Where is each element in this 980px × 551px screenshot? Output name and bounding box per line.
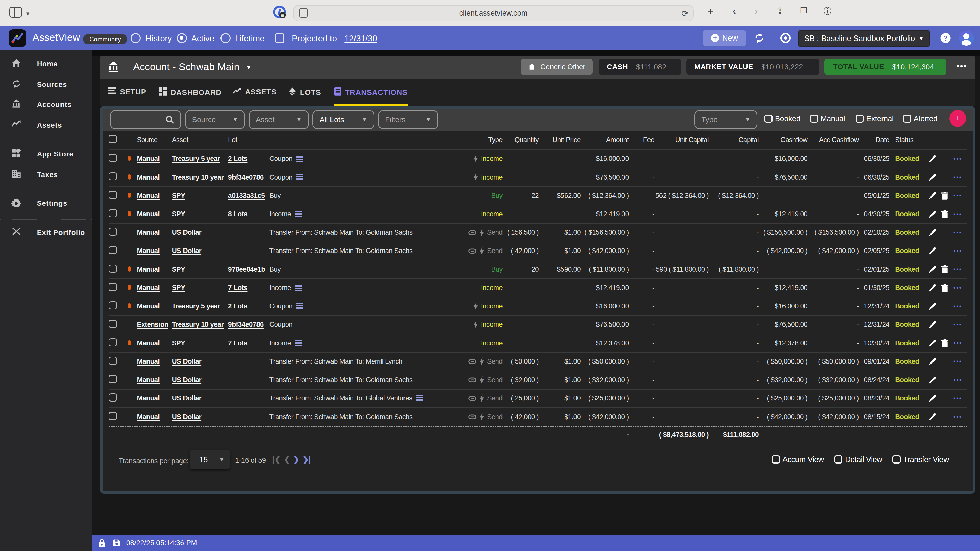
- edit-icon[interactable]: [928, 229, 936, 237]
- lot-list-icon[interactable]: [296, 156, 303, 162]
- sidebar-item-assets[interactable]: Assets: [0, 120, 92, 132]
- table-row[interactable]: ExtensionTreasury 10 year9bf34e0786Coupo…: [109, 316, 967, 334]
- row-source[interactable]: Manual: [137, 376, 172, 384]
- sidebar-item-home[interactable]: Home: [0, 59, 92, 71]
- per-page-select[interactable]: 15▼: [190, 450, 230, 469]
- row-checkbox[interactable]: [109, 227, 117, 236]
- table-row[interactable]: ManualSPY8 LotsIncomeIncome$12,419.00--$…: [109, 205, 967, 224]
- radio-active[interactable]: [177, 33, 187, 43]
- edit-icon[interactable]: [928, 284, 936, 292]
- tab-assets[interactable]: ASSETS: [232, 87, 277, 96]
- row-checkbox[interactable]: [109, 375, 117, 383]
- watch-icon[interactable]: [780, 32, 791, 44]
- row-source[interactable]: Manual: [137, 173, 172, 181]
- sidebar-item-exit-portfolio[interactable]: Exit Portfolio: [0, 227, 92, 240]
- row-more-icon[interactable]: •••: [953, 395, 962, 402]
- table-row[interactable]: ManualUS DollarTransfer From: Schwab Mai…: [109, 242, 967, 260]
- manual-checkbox[interactable]: Manual: [810, 114, 845, 123]
- row-more-icon[interactable]: •••: [953, 156, 962, 162]
- row-source[interactable]: Manual: [137, 339, 172, 347]
- sidebar-item-accounts[interactable]: Accounts: [0, 99, 92, 112]
- projected-to-checkbox[interactable]: [275, 33, 285, 43]
- row-lot[interactable]: 8 Lots: [228, 210, 269, 218]
- sidebar-item-app-store[interactable]: App Store: [0, 149, 92, 161]
- delete-icon[interactable]: [941, 192, 948, 200]
- row-source[interactable]: Manual: [137, 210, 172, 218]
- lot-list-icon[interactable]: [416, 395, 423, 402]
- edit-icon[interactable]: [928, 376, 936, 384]
- edit-icon[interactable]: [928, 173, 936, 181]
- page-icon[interactable]: [299, 8, 309, 18]
- row-asset[interactable]: Treasury 5 year: [172, 155, 228, 163]
- browser-sidebar-icon[interactable]: [10, 7, 22, 17]
- row-asset[interactable]: US Dollar: [172, 229, 228, 237]
- first-page-icon[interactable]: |❮: [272, 455, 281, 464]
- search-input[interactable]: [110, 110, 181, 129]
- lot-list-icon[interactable]: [296, 303, 303, 309]
- new-tab-icon[interactable]: +: [703, 6, 718, 17]
- tab-setup[interactable]: SETUP: [108, 87, 146, 96]
- row-more-icon[interactable]: •••: [953, 303, 962, 310]
- row-asset[interactable]: Treasury 10 year: [172, 321, 228, 329]
- tab-dashboard[interactable]: DASHBOARD: [159, 87, 221, 97]
- edit-icon[interactable]: [928, 321, 936, 329]
- row-asset[interactable]: US Dollar: [172, 247, 228, 255]
- delete-icon[interactable]: [941, 339, 948, 347]
- select-all-checkbox[interactable]: [109, 135, 117, 143]
- assetview-logo[interactable]: [9, 29, 26, 47]
- row-asset[interactable]: SPY: [172, 265, 228, 273]
- edit-icon[interactable]: [928, 339, 936, 347]
- row-lot[interactable]: 2 Lots: [228, 302, 269, 310]
- help-icon[interactable]: ?: [940, 32, 951, 44]
- account-caret-icon[interactable]: ▼: [245, 64, 251, 71]
- table-row[interactable]: ManualUS DollarTransfer From: Schwab Mai…: [109, 224, 967, 242]
- source-dropdown[interactable]: Source▼: [185, 110, 245, 129]
- delete-icon[interactable]: [941, 265, 948, 273]
- lot-list-icon[interactable]: [296, 174, 303, 180]
- add-transaction-button[interactable]: +: [950, 110, 966, 127]
- row-checkbox[interactable]: [109, 301, 117, 310]
- row-more-icon[interactable]: •••: [953, 321, 962, 328]
- row-more-icon[interactable]: •••: [953, 211, 962, 218]
- row-asset[interactable]: US Dollar: [172, 413, 228, 421]
- row-asset[interactable]: US Dollar: [172, 358, 228, 365]
- row-source[interactable]: Manual: [137, 284, 172, 292]
- back-icon[interactable]: ‹: [727, 6, 742, 17]
- row-checkbox[interactable]: [109, 393, 117, 402]
- edit-icon[interactable]: [928, 413, 936, 421]
- row-source[interactable]: Manual: [137, 247, 172, 255]
- new-button[interactable]: +New: [703, 30, 746, 46]
- delete-icon[interactable]: [941, 284, 948, 292]
- row-asset[interactable]: US Dollar: [172, 376, 228, 384]
- lot-list-icon[interactable]: [295, 285, 302, 291]
- row-asset[interactable]: Treasury 5 year: [172, 302, 228, 310]
- detail-view-checkbox[interactable]: Detail View: [834, 455, 882, 464]
- row-lot[interactable]: 7 Lots: [228, 284, 269, 292]
- row-lot[interactable]: 7 Lots: [228, 339, 269, 347]
- row-checkbox[interactable]: [109, 412, 117, 420]
- row-source[interactable]: Manual: [137, 265, 172, 273]
- reload-icon[interactable]: ⟳: [681, 9, 688, 18]
- row-source[interactable]: Manual: [137, 192, 172, 200]
- edit-icon[interactable]: [928, 192, 936, 200]
- prev-page-icon[interactable]: ❮: [284, 455, 290, 464]
- tab-transactions[interactable]: TRANSACTIONS: [334, 87, 407, 97]
- row-asset[interactable]: SPY: [172, 192, 228, 200]
- info-icon[interactable]: ⓘ: [820, 6, 835, 17]
- row-more-icon[interactable]: •••: [953, 266, 962, 273]
- delete-icon[interactable]: [941, 210, 948, 218]
- table-row[interactable]: ManualUS DollarTransfer From: Schwab Mai…: [109, 371, 967, 389]
- row-source[interactable]: Manual: [137, 394, 172, 402]
- row-more-icon[interactable]: •••: [953, 174, 962, 181]
- save-icon[interactable]: [113, 539, 121, 547]
- alerted-checkbox[interactable]: Alerted: [903, 114, 938, 123]
- lot-list-icon[interactable]: [295, 340, 302, 346]
- row-checkbox[interactable]: [109, 154, 117, 162]
- row-asset[interactable]: SPY: [172, 284, 228, 292]
- row-lot[interactable]: 2 Lots: [228, 155, 269, 163]
- row-source[interactable]: Manual: [137, 358, 172, 365]
- forward-icon[interactable]: ›: [749, 6, 764, 17]
- browser-sidebar-chevron-icon[interactable]: ▾: [26, 10, 29, 17]
- table-row[interactable]: ManualTreasury 5 year2 LotsCouponIncome$…: [109, 297, 967, 316]
- row-more-icon[interactable]: •••: [953, 248, 962, 254]
